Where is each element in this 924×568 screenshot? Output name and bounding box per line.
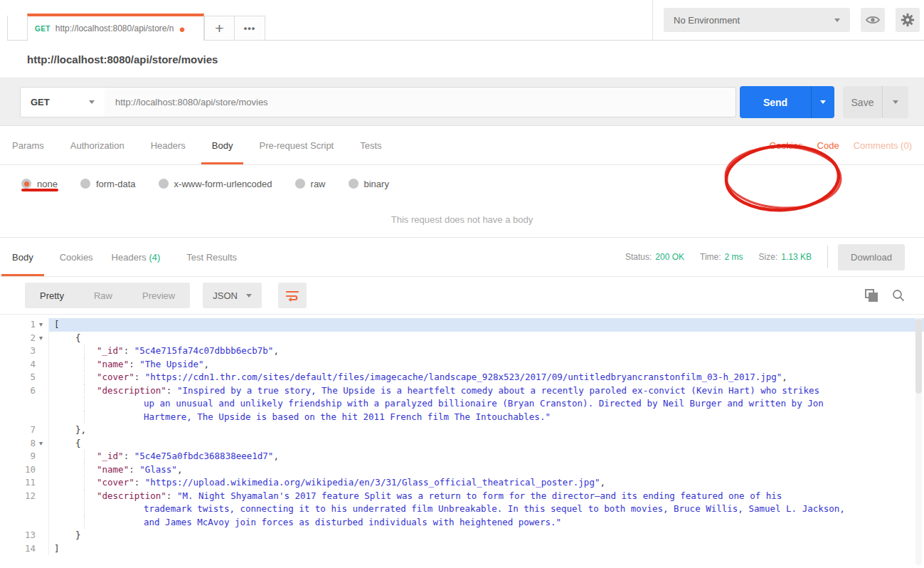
scrollbar-thumb[interactable]	[915, 319, 922, 394]
code-text: "name": "The Upside",	[49, 358, 924, 372]
unsaved-dot-icon: ●	[179, 23, 186, 34]
code-text: "cover": "https://upload.wikimedia.org/w…	[49, 476, 924, 490]
tab-headers[interactable]: Headers	[151, 126, 186, 164]
tab-params[interactable]: Params	[12, 126, 44, 164]
line-number-gutter: 2▾	[0, 332, 49, 345]
gear-icon	[900, 12, 915, 28]
search-response-button[interactable]	[891, 288, 906, 303]
status-label: Status:	[625, 252, 652, 262]
cookies-link[interactable]: Cookies	[770, 140, 803, 151]
more-tabs-button[interactable]: •••	[234, 16, 265, 41]
format-selector[interactable]: JSON	[203, 283, 262, 308]
fold-caret-icon[interactable]: ▾	[36, 437, 46, 451]
code-text: and James McAvoy join forces as disturbe…	[49, 516, 924, 530]
line-number-gutter: 4	[0, 358, 49, 372]
line-number-gutter: 5	[0, 371, 49, 384]
size-label: Size:	[759, 252, 778, 262]
settings-button[interactable]	[896, 8, 920, 32]
save-button-group: Save	[843, 86, 908, 118]
line-number-gutter: 11	[0, 476, 49, 490]
fold-caret-icon[interactable]: ▾	[36, 318, 46, 332]
request-title: http://localhost:8080/api/store/movies	[27, 53, 218, 65]
gutter-spacer	[36, 542, 46, 556]
save-options-button[interactable]	[882, 86, 908, 118]
gutter-spacer	[36, 397, 46, 411]
save-button[interactable]: Save	[843, 86, 882, 118]
view-preview-button[interactable]: Preview	[127, 283, 190, 308]
gutter-spacer	[36, 516, 46, 530]
code-text: }	[49, 529, 924, 542]
view-mode-switch: Pretty Raw Preview	[25, 283, 190, 308]
search-icon	[893, 290, 901, 298]
environment-selector[interactable]: No Environment	[664, 8, 850, 32]
code-line: 1▾[	[0, 318, 924, 332]
line-number: 2	[30, 332, 36, 345]
send-button-group: Send	[740, 86, 834, 118]
tab-pre-request-script[interactable]: Pre-request Script	[259, 126, 334, 164]
line-number-gutter: 1▾	[0, 318, 49, 332]
radio-raw[interactable]: raw	[295, 179, 326, 189]
code-line: 12"description": "M. Night Shyamalan's 2…	[0, 490, 924, 503]
chevron-down-icon	[893, 100, 898, 104]
send-button[interactable]: Send	[740, 86, 811, 118]
line-number-gutter: 8▾	[0, 437, 49, 451]
red-underline-annotation	[21, 189, 58, 191]
environment-quick-look-button[interactable]	[861, 8, 885, 32]
line-number: 9	[30, 450, 36, 463]
line-number-gutter: 3	[0, 345, 49, 358]
radio-x-www-form-urlencoded[interactable]: x-www-form-urlencoded	[159, 179, 272, 189]
line-number: 1	[30, 318, 36, 332]
line-number: 8	[30, 437, 36, 451]
radio-icon	[349, 179, 359, 189]
environment-area: No Environment	[652, 0, 924, 40]
new-tab-button[interactable]: +	[204, 16, 235, 41]
download-button[interactable]: Download	[838, 244, 905, 270]
code-line: 7},	[0, 424, 924, 437]
wrap-lines-button[interactable]	[278, 283, 307, 308]
radio-none[interactable]: none	[21, 179, 58, 189]
line-number-gutter	[0, 503, 49, 516]
code-text: [	[49, 318, 924, 332]
view-raw-button[interactable]: Raw	[79, 283, 127, 308]
send-options-button[interactable]	[811, 86, 834, 118]
gutter-spacer	[36, 476, 46, 490]
url-input[interactable]	[105, 87, 736, 117]
time-value: 2 ms	[725, 252, 743, 262]
response-tab-cookies[interactable]: Cookies	[60, 238, 93, 276]
line-number-gutter: 14	[0, 542, 49, 556]
scrollbar[interactable]	[915, 317, 922, 565]
radio-selected-icon	[21, 179, 31, 189]
gutter-spacer	[36, 463, 46, 477]
code-line: 5"cover": "https://cdn1.thr.com/sites/de…	[0, 371, 924, 384]
response-tab-test-results[interactable]: Test Results	[186, 238, 237, 276]
tab-authorization[interactable]: Authorization	[70, 126, 124, 164]
tab-tests[interactable]: Tests	[360, 126, 381, 164]
tab-body[interactable]: Body	[212, 126, 233, 164]
code-line-continuation: Hartmere, The Upside is based on the hit…	[0, 411, 924, 424]
comments-link[interactable]: Comments (0)	[854, 140, 912, 151]
radio-form-data[interactable]: form-data	[80, 179, 136, 189]
format-label: JSON	[213, 290, 238, 301]
code-link[interactable]: Code	[817, 140, 839, 151]
tab-strip-edge	[0, 16, 8, 41]
code-line: 6"description": "Inspired by a true stor…	[0, 384, 924, 398]
response-tab-headers[interactable]: Headers (4)	[112, 238, 161, 276]
code-text: "description": "Inspired by a true story…	[49, 384, 924, 398]
response-toolbar: Pretty Raw Preview JSON	[0, 277, 924, 315]
empty-body-message: This request does not have a body	[391, 214, 533, 225]
method-selector[interactable]: GET	[20, 87, 105, 117]
time-label: Time:	[700, 252, 721, 262]
line-number: 7	[30, 424, 36, 437]
chevron-down-icon	[834, 19, 840, 22]
request-tab[interactable]: GET http://localhost:8080/api/store/n ●	[27, 14, 204, 41]
fold-caret-icon[interactable]: ▾	[36, 332, 46, 345]
code-text: up an unusual and unlikely friendship wi…	[49, 397, 924, 411]
response-tab-body[interactable]: Body	[12, 238, 33, 276]
breadcrumb: http://localhost:8080/api/store/movies	[0, 41, 924, 78]
copy-response-button[interactable]	[865, 289, 878, 303]
line-number: 4	[30, 358, 36, 372]
view-pretty-button[interactable]: Pretty	[25, 283, 79, 308]
code-line: 10"name": "Glass",	[0, 463, 924, 477]
radio-binary[interactable]: binary	[349, 179, 389, 189]
radio-icon	[159, 179, 169, 189]
